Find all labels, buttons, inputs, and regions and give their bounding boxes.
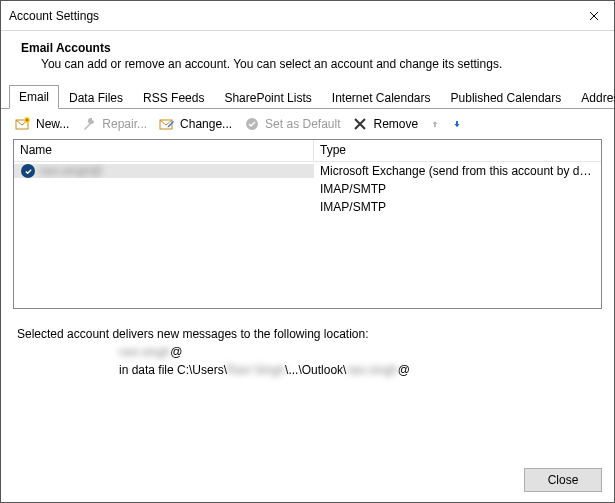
tab-sharepoint-lists[interactable]: SharePoint Lists	[214, 86, 321, 109]
change-label: Change...	[180, 117, 232, 131]
close-icon	[589, 11, 599, 21]
header-title: Email Accounts	[21, 41, 594, 55]
header-subtitle: You can add or remove an account. You ca…	[41, 57, 594, 71]
accounts-list-header: Name Type	[14, 140, 601, 162]
tabstrip: Email Data Files RSS Feeds SharePoint Li…	[1, 85, 614, 109]
delivery-account-line: ravi.singh@	[17, 341, 598, 359]
accounts-list-body: ravi.singh@ Microsoft Exchange (send fro…	[14, 162, 601, 308]
account-type-cell: Microsoft Exchange (send from this accou…	[314, 164, 601, 178]
repair-label: Repair...	[102, 117, 147, 131]
new-button[interactable]: New...	[11, 114, 73, 134]
move-down-button[interactable]	[448, 115, 466, 133]
column-header-name[interactable]: Name	[14, 140, 314, 161]
default-account-icon	[21, 164, 35, 178]
close-button[interactable]: Close	[524, 468, 602, 492]
header: Email Accounts You can add or remove an …	[1, 31, 614, 85]
account-type-cell: IMAP/SMTP	[314, 200, 601, 214]
tab-email[interactable]: Email	[9, 85, 59, 109]
move-up-button	[426, 115, 444, 133]
accounts-list: Name Type ravi.singh@ Microsoft Exchange…	[13, 139, 602, 309]
check-circle-icon	[244, 116, 260, 132]
set-default-button: Set as Default	[240, 114, 344, 134]
mail-change-icon	[159, 116, 175, 132]
dialog-footer: Close	[1, 458, 614, 502]
window-title: Account Settings	[9, 9, 574, 23]
account-row[interactable]: IMAP/SMTP	[14, 180, 601, 198]
tab-published-calendars[interactable]: Published Calendars	[441, 86, 572, 109]
column-header-type[interactable]: Type	[314, 140, 601, 161]
account-row[interactable]: IMAP/SMTP	[14, 198, 601, 216]
repair-button: Repair...	[77, 114, 151, 134]
wrench-icon	[81, 116, 97, 132]
account-name-cell: ravi.singh@	[14, 164, 314, 178]
arrow-down-icon	[452, 116, 462, 132]
change-button[interactable]: Change...	[155, 114, 236, 134]
account-row[interactable]: ravi.singh@ Microsoft Exchange (send fro…	[14, 162, 601, 180]
window-close-button[interactable]	[574, 1, 614, 31]
account-settings-dialog: Account Settings Email Accounts You can …	[0, 0, 615, 503]
new-label: New...	[36, 117, 69, 131]
delivery-info: Selected account delivers new messages t…	[1, 309, 614, 377]
mail-new-icon	[15, 116, 31, 132]
tab-rss-feeds[interactable]: RSS Feeds	[133, 86, 214, 109]
delivery-path-line: in data file C:\Users\Ravi Singh\...\Out…	[17, 359, 598, 377]
tab-data-files[interactable]: Data Files	[59, 86, 133, 109]
tab-internet-calendars[interactable]: Internet Calendars	[322, 86, 441, 109]
tab-address-books[interactable]: Address Books	[571, 86, 615, 109]
x-icon	[352, 116, 368, 132]
arrow-up-icon	[430, 116, 440, 132]
remove-button[interactable]: Remove	[348, 114, 422, 134]
delivery-caption: Selected account delivers new messages t…	[17, 327, 598, 341]
toolbar: New... Repair... Change... Set as Defaul…	[1, 109, 614, 139]
titlebar: Account Settings	[1, 1, 614, 31]
set-default-label: Set as Default	[265, 117, 340, 131]
account-type-cell: IMAP/SMTP	[314, 182, 601, 196]
remove-label: Remove	[373, 117, 418, 131]
